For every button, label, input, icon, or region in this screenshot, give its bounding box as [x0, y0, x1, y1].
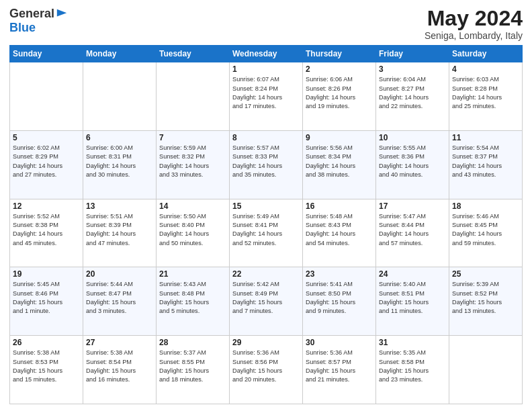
calendar-day-24: 24Sunrise: 5:40 AMSunset: 8:51 PMDayligh… — [376, 267, 449, 336]
calendar-week-row: 26Sunrise: 5:38 AMSunset: 8:53 PMDayligh… — [10, 336, 523, 404]
calendar-day-19: 19Sunrise: 5:45 AMSunset: 8:46 PMDayligh… — [10, 267, 83, 336]
day-number: 5 — [13, 133, 80, 142]
calendar-day-31: 31Sunrise: 5:35 AMSunset: 8:58 PMDayligh… — [376, 336, 449, 404]
day-number: 1 — [232, 64, 300, 74]
day-number: 15 — [232, 201, 300, 211]
title-block: May 2024 Seniga, Lombardy, Italy — [425, 7, 523, 41]
day-number: 19 — [13, 269, 80, 279]
calendar-day-20: 20Sunrise: 5:44 AMSunset: 8:47 PMDayligh… — [83, 267, 157, 336]
calendar-day-13: 13Sunrise: 5:51 AMSunset: 8:39 PMDayligh… — [83, 199, 157, 267]
day-info: Sunrise: 6:02 AMSunset: 8:29 PMDaylight:… — [13, 144, 80, 179]
day-number: 18 — [452, 201, 519, 211]
col-header-monday: Monday — [83, 46, 157, 62]
day-number: 25 — [452, 269, 519, 279]
calendar-day-7: 7Sunrise: 5:59 AMSunset: 8:32 PMDaylight… — [157, 130, 230, 199]
day-number: 3 — [379, 64, 446, 74]
day-info: Sunrise: 5:59 AMSunset: 8:32 PMDaylight:… — [159, 144, 226, 179]
day-info: Sunrise: 5:43 AMSunset: 8:48 PMDaylight:… — [159, 280, 226, 316]
day-number: 26 — [13, 338, 80, 347]
month-title: May 2024 — [425, 7, 523, 30]
calendar-empty-cell — [449, 336, 523, 404]
day-info: Sunrise: 5:41 AMSunset: 8:50 PMDaylight:… — [306, 280, 373, 316]
day-info: Sunrise: 5:37 AMSunset: 8:55 PMDaylight:… — [159, 349, 226, 384]
calendar-day-22: 22Sunrise: 5:42 AMSunset: 8:49 PMDayligh… — [230, 267, 303, 336]
day-info: Sunrise: 5:54 AMSunset: 8:37 PMDaylight:… — [452, 144, 519, 179]
calendar-empty-cell — [10, 62, 83, 131]
day-info: Sunrise: 5:56 AMSunset: 8:34 PMDaylight:… — [306, 144, 373, 179]
calendar-day-14: 14Sunrise: 5:50 AMSunset: 8:40 PMDayligh… — [157, 199, 230, 267]
logo: General Blue — [9, 7, 68, 35]
day-info: Sunrise: 5:51 AMSunset: 8:39 PMDaylight:… — [86, 212, 153, 248]
calendar-day-30: 30Sunrise: 5:36 AMSunset: 8:57 PMDayligh… — [303, 336, 376, 404]
calendar-empty-cell — [157, 62, 230, 131]
calendar-day-2: 2Sunrise: 6:06 AMSunset: 8:26 PMDaylight… — [303, 62, 376, 131]
calendar-day-16: 16Sunrise: 5:48 AMSunset: 8:43 PMDayligh… — [303, 199, 376, 267]
day-number: 7 — [159, 133, 226, 142]
day-number: 28 — [159, 338, 226, 347]
calendar-day-1: 1Sunrise: 6:07 AMSunset: 8:24 PMDaylight… — [230, 62, 303, 131]
calendar-day-18: 18Sunrise: 5:46 AMSunset: 8:45 PMDayligh… — [449, 199, 523, 267]
day-info: Sunrise: 5:45 AMSunset: 8:46 PMDaylight:… — [13, 280, 80, 316]
calendar-day-29: 29Sunrise: 5:36 AMSunset: 8:56 PMDayligh… — [230, 336, 303, 404]
day-info: Sunrise: 5:39 AMSunset: 8:52 PMDaylight:… — [452, 280, 519, 316]
day-info: Sunrise: 5:36 AMSunset: 8:56 PMDaylight:… — [232, 349, 300, 384]
day-info: Sunrise: 5:38 AMSunset: 8:53 PMDaylight:… — [13, 349, 80, 384]
page: General Blue May 2024 Seniga, Lombardy, … — [0, 0, 532, 411]
day-number: 8 — [232, 133, 300, 142]
day-info: Sunrise: 5:35 AMSunset: 8:58 PMDaylight:… — [379, 349, 446, 384]
day-number: 29 — [232, 338, 300, 347]
day-info: Sunrise: 5:38 AMSunset: 8:54 PMDaylight:… — [86, 349, 153, 384]
col-header-tuesday: Tuesday — [157, 46, 230, 62]
calendar-week-row: 5Sunrise: 6:02 AMSunset: 8:29 PMDaylight… — [10, 130, 523, 199]
calendar-day-15: 15Sunrise: 5:49 AMSunset: 8:41 PMDayligh… — [230, 199, 303, 267]
day-info: Sunrise: 6:06 AMSunset: 8:26 PMDaylight:… — [306, 75, 373, 111]
calendar-day-12: 12Sunrise: 5:52 AMSunset: 8:38 PMDayligh… — [10, 199, 83, 267]
day-info: Sunrise: 5:48 AMSunset: 8:43 PMDaylight:… — [306, 212, 373, 248]
calendar-week-row: 19Sunrise: 5:45 AMSunset: 8:46 PMDayligh… — [10, 267, 523, 336]
calendar-day-4: 4Sunrise: 6:03 AMSunset: 8:28 PMDaylight… — [449, 62, 523, 131]
day-info: Sunrise: 6:04 AMSunset: 8:27 PMDaylight:… — [379, 75, 446, 111]
day-info: Sunrise: 6:03 AMSunset: 8:28 PMDaylight:… — [452, 75, 519, 111]
calendar-day-21: 21Sunrise: 5:43 AMSunset: 8:48 PMDayligh… — [157, 267, 230, 336]
day-number: 6 — [86, 133, 153, 142]
calendar-day-28: 28Sunrise: 5:37 AMSunset: 8:55 PMDayligh… — [157, 336, 230, 404]
svg-marker-0 — [57, 9, 66, 16]
day-number: 13 — [86, 201, 153, 211]
day-number: 24 — [379, 269, 446, 279]
day-info: Sunrise: 5:44 AMSunset: 8:47 PMDaylight:… — [86, 280, 153, 316]
col-header-thursday: Thursday — [303, 46, 376, 62]
day-info: Sunrise: 5:46 AMSunset: 8:45 PMDaylight:… — [452, 212, 519, 248]
col-header-wednesday: Wednesday — [230, 46, 303, 62]
day-number: 11 — [452, 133, 519, 142]
calendar-day-17: 17Sunrise: 5:47 AMSunset: 8:44 PMDayligh… — [376, 199, 449, 267]
day-info: Sunrise: 5:40 AMSunset: 8:51 PMDaylight:… — [379, 280, 446, 316]
calendar-table: SundayMondayTuesdayWednesdayThursdayFrid… — [9, 45, 523, 404]
day-number: 14 — [159, 201, 226, 211]
day-info: Sunrise: 5:52 AMSunset: 8:38 PMDaylight:… — [13, 212, 80, 248]
day-number: 12 — [13, 201, 80, 211]
calendar-day-9: 9Sunrise: 5:56 AMSunset: 8:34 PMDaylight… — [303, 130, 376, 199]
day-info: Sunrise: 6:07 AMSunset: 8:24 PMDaylight:… — [232, 75, 300, 111]
calendar-day-6: 6Sunrise: 6:00 AMSunset: 8:31 PMDaylight… — [83, 130, 157, 199]
calendar-header-row: SundayMondayTuesdayWednesdayThursdayFrid… — [10, 46, 523, 62]
logo-general-text: General — [9, 7, 54, 21]
day-info: Sunrise: 5:57 AMSunset: 8:33 PMDaylight:… — [232, 144, 300, 179]
calendar-day-23: 23Sunrise: 5:41 AMSunset: 8:50 PMDayligh… — [303, 267, 376, 336]
day-info: Sunrise: 5:42 AMSunset: 8:49 PMDaylight:… — [232, 280, 300, 316]
calendar-day-5: 5Sunrise: 6:02 AMSunset: 8:29 PMDaylight… — [10, 130, 83, 199]
day-number: 27 — [86, 338, 153, 347]
day-number: 10 — [379, 133, 446, 142]
day-info: Sunrise: 5:47 AMSunset: 8:44 PMDaylight:… — [379, 212, 446, 248]
day-number: 17 — [379, 201, 446, 211]
day-number: 22 — [232, 269, 300, 279]
logo-blue-text: Blue — [9, 21, 36, 35]
day-info: Sunrise: 5:55 AMSunset: 8:36 PMDaylight:… — [379, 144, 446, 179]
day-number: 20 — [86, 269, 153, 279]
calendar-day-11: 11Sunrise: 5:54 AMSunset: 8:37 PMDayligh… — [449, 130, 523, 199]
location: Seniga, Lombardy, Italy — [425, 30, 523, 41]
col-header-saturday: Saturday — [449, 46, 523, 62]
calendar-day-27: 27Sunrise: 5:38 AMSunset: 8:54 PMDayligh… — [83, 336, 157, 404]
day-number: 9 — [306, 133, 373, 142]
day-number: 16 — [306, 201, 373, 211]
day-number: 30 — [306, 338, 373, 347]
